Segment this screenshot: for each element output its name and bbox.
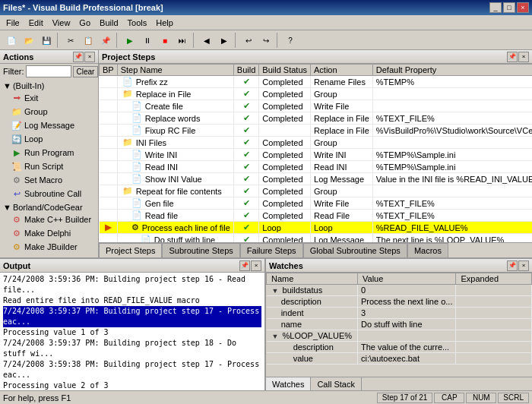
watch-tab-watches[interactable]: Watches bbox=[266, 377, 311, 390]
redo-button[interactable]: ↪ bbox=[258, 32, 274, 49]
pause-button[interactable]: ⏸ bbox=[139, 32, 156, 49]
action-log[interactable]: 📝 Log Message bbox=[8, 118, 97, 132]
watch-col-expanded[interactable]: Expanded bbox=[456, 273, 532, 285]
open-button[interactable]: 📂 bbox=[21, 32, 37, 49]
col-build[interactable]: Build bbox=[233, 65, 258, 76]
watch-row[interactable]: ▼ buildstatus 0 bbox=[267, 285, 532, 296]
tab-macros[interactable]: Macros bbox=[407, 243, 448, 257]
table-row[interactable]: 📄 Replace words ✔ Completed Replace in F… bbox=[100, 112, 533, 125]
menu-help[interactable]: Help bbox=[151, 17, 178, 29]
step-button[interactable]: ⏭ bbox=[174, 32, 191, 49]
undo-button[interactable]: ↩ bbox=[240, 32, 257, 49]
expand-icon[interactable]: ▼ bbox=[272, 333, 279, 340]
action-run-program[interactable]: ▶ Run Program bbox=[8, 146, 97, 159]
watch-value-cell: The value of the curre... bbox=[358, 342, 456, 353]
watch-tab-call-stack[interactable]: Call Stack bbox=[311, 377, 362, 390]
watch-col-value[interactable]: Value bbox=[358, 273, 456, 285]
output-line: 7/24/2008 3:59:36 PM: Building project s… bbox=[3, 274, 261, 295]
watch-value-cell: Process the next line o... bbox=[358, 296, 456, 308]
watch-col-name[interactable]: Name bbox=[267, 273, 358, 285]
build-status-cell: Completed bbox=[259, 112, 311, 125]
tab-subroutine-steps[interactable]: Subroutine Steps bbox=[162, 243, 239, 257]
actions-group-borland-header[interactable]: ▼ Borland/CodeGear bbox=[2, 202, 97, 213]
cut-button[interactable]: ✂ bbox=[62, 32, 79, 49]
table-row[interactable]: 📄 Do stuff with line ✔ Completed Log Mes… bbox=[100, 234, 533, 243]
close-button[interactable]: × bbox=[517, 2, 529, 13]
watch-row[interactable]: description The value of the curre... bbox=[267, 342, 532, 353]
step-type-icon: 📄 bbox=[141, 235, 151, 242]
steps-table-container: BP Step Name Build Build Status Action D… bbox=[99, 64, 532, 242]
forward-button[interactable]: ▶ bbox=[216, 32, 233, 49]
watch-row[interactable]: indent 3 bbox=[267, 308, 532, 319]
action-exit[interactable]: ⮕ Exit bbox=[8, 91, 97, 105]
watches-close[interactable]: × bbox=[518, 260, 529, 271]
build-check-cell: ✔ bbox=[233, 210, 258, 222]
actions-title: Actions bbox=[3, 52, 33, 62]
col-action[interactable]: Action bbox=[311, 65, 373, 76]
menu-file[interactable]: File bbox=[2, 17, 24, 29]
tab-failure-steps[interactable]: Failure Steps bbox=[240, 243, 303, 257]
col-step-name[interactable]: Step Name bbox=[117, 65, 233, 76]
toolbar: 📄 📂 💾 ✂ 📋 📌 ▶ ⏸ ■ ⏭ ◀ ▶ ↩ ↪ ? bbox=[0, 30, 532, 50]
action-group[interactable]: 📁 Group bbox=[8, 105, 97, 118]
watch-row[interactable]: ▼ %LOOP_VALUE% bbox=[267, 330, 532, 342]
watch-row[interactable]: description Process the next line o... bbox=[267, 296, 532, 308]
action-set-macro[interactable]: ⚙ Set Macro bbox=[8, 173, 97, 187]
action-loop[interactable]: 🔄 Loop bbox=[8, 132, 97, 146]
table-row[interactable]: 📁 Repeat for file contents ✔ Completed G… bbox=[100, 185, 533, 197]
copy-button[interactable]: 📋 bbox=[80, 32, 97, 49]
action-subroutine[interactable]: ↩ Subroutine Call bbox=[8, 187, 97, 200]
output-close[interactable]: × bbox=[251, 260, 261, 271]
watch-name-cell: indent bbox=[267, 308, 358, 319]
table-row[interactable]: 📄 Gen file ✔ Completed Write File %TEXT_… bbox=[100, 197, 533, 210]
save-button[interactable]: 💾 bbox=[38, 32, 55, 49]
output-pin[interactable]: 📌 bbox=[239, 260, 250, 271]
paste-button[interactable]: 📌 bbox=[97, 32, 114, 49]
actions-group-builtin-header[interactable]: ▼ (Built-In) bbox=[2, 80, 97, 91]
panel-close-button[interactable]: × bbox=[84, 52, 95, 62]
new-button[interactable]: 📄 bbox=[3, 32, 20, 49]
table-row[interactable]: 📄 Read file ✔ Completed Read File %TEXT_… bbox=[100, 210, 533, 222]
tab-global-subroutine[interactable]: Global Subroutine Steps bbox=[303, 243, 407, 257]
action-jbuilder[interactable]: ⚙ Make JBuilder bbox=[8, 240, 97, 254]
watches-table-container: Name Value Expanded ▼ buildstatus 0 bbox=[266, 273, 532, 377]
steps-panel-close[interactable]: × bbox=[518, 52, 529, 62]
table-row[interactable]: 📁 INI Files ✔ Completed Group bbox=[100, 137, 533, 149]
table-row[interactable]: 📄 Write INI ✔ Completed Write INI %TEMP%… bbox=[100, 149, 533, 161]
actions-list: ▼ (Built-In) ⮕ Exit 📁 Group 📝 Log Messag… bbox=[0, 79, 98, 257]
table-row[interactable]: 📄 Fixup RC File ✔ Replace in File %VisBu… bbox=[100, 125, 533, 137]
col-default-prop[interactable]: Default Property bbox=[372, 65, 532, 76]
menu-tools[interactable]: Tools bbox=[123, 17, 152, 29]
col-bp[interactable]: BP bbox=[100, 65, 118, 76]
action-run-script[interactable]: 📜 Run Script bbox=[8, 159, 97, 173]
table-row[interactable]: 📄 Read INI ✔ Completed Read INI %TEMP%\S… bbox=[100, 161, 533, 173]
help-button[interactable]: ? bbox=[282, 32, 299, 49]
menu-view[interactable]: View bbox=[48, 17, 75, 29]
table-row[interactable]: 📁 Replace in File ✔ Completed Group bbox=[100, 88, 533, 100]
maximize-button[interactable]: □ bbox=[503, 2, 515, 13]
watch-row[interactable]: value ci:\autoexec.bat bbox=[267, 353, 532, 365]
menu-build[interactable]: Build bbox=[95, 17, 122, 29]
steps-panel-pin[interactable]: 📌 bbox=[507, 52, 518, 62]
back-button[interactable]: ◀ bbox=[198, 32, 215, 49]
table-row[interactable]: 📄 Show INI Value ✔ Completed Log Message… bbox=[100, 173, 533, 185]
tab-project-steps[interactable]: Project Steps bbox=[99, 243, 162, 257]
expand-icon[interactable]: ▼ bbox=[272, 287, 279, 295]
menu-edit[interactable]: Edit bbox=[24, 17, 48, 29]
action-delphi[interactable]: ⚙ Make Delphi bbox=[8, 226, 97, 240]
filter-input[interactable] bbox=[26, 65, 71, 77]
table-row[interactable]: 📄 Prefix zz ✔ Completed Rename Files %TE… bbox=[100, 76, 533, 88]
watch-row[interactable]: name Do stuff with line bbox=[267, 319, 532, 330]
filter-clear-button[interactable]: Clear bbox=[73, 66, 99, 77]
col-build-status[interactable]: Build Status bbox=[259, 65, 311, 76]
menu-go[interactable]: Go bbox=[74, 17, 95, 29]
action-cpp-builder[interactable]: ⚙ Make C++ Builder bbox=[8, 213, 97, 226]
panel-pin-button[interactable]: 📌 bbox=[73, 52, 84, 62]
table-row[interactable]: ▶ ⚙ Process each line of file ✔ Loop Loo… bbox=[100, 222, 533, 234]
minimize-button[interactable]: _ bbox=[489, 2, 502, 13]
table-row[interactable]: 📄 Create file ✔ Completed Write File bbox=[100, 100, 533, 112]
build-status-cell: Completed bbox=[259, 185, 311, 197]
stop-button[interactable]: ■ bbox=[157, 32, 173, 49]
run-button[interactable]: ▶ bbox=[122, 32, 138, 49]
watches-pin[interactable]: 📌 bbox=[507, 260, 518, 271]
